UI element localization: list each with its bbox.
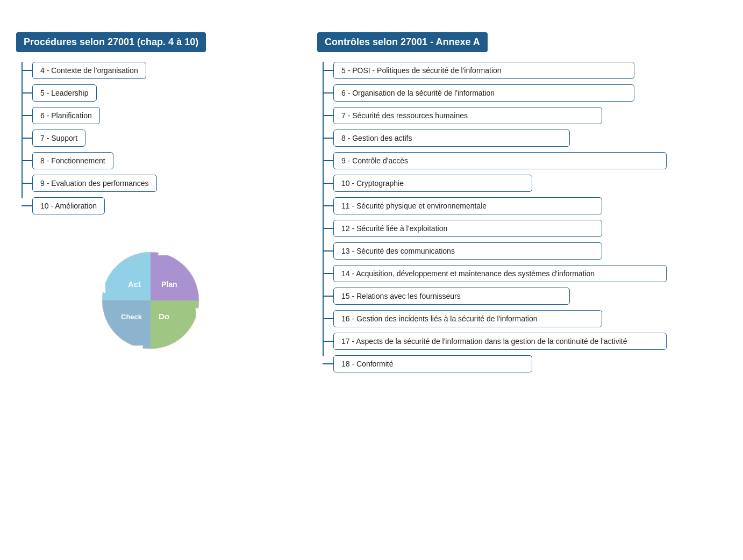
right-tree-item-box: 8 - Gestion des actifs [333,130,570,147]
do-label: Do [159,312,169,321]
page-container: Procédures selon 27001 (chap. 4 à 10) 4 … [0,0,743,399]
left-tree-item-box: 7 - Support [32,130,85,147]
right-tree-item-box: 18 - Conformité [333,355,532,372]
right-tree-item-box: 17 - Aspects de la sécurité de l'informa… [333,333,667,350]
right-tree-item: 10 - Cryptographie [333,175,727,192]
left-tree-item-box: 6 - Planification [32,107,100,124]
left-tree-item-box: 9 - Evaluation des performances [32,175,157,192]
left-panel-title: Procédures selon 27001 (chap. 4 à 10) [16,32,206,52]
right-tree: 5 - POSI - Politiques de sécurité de l'i… [317,62,727,372]
right-tree-item-box: 7 - Sécurité des ressources humaines [333,107,602,124]
left-tree-item: 4 - Contexte de l'organisation [32,62,285,79]
left-tree-item: 5 - Leadership [32,84,285,102]
pdca-container: Act Plan Do Check [16,241,285,360]
right-tree-item: 7 - Sécurité des ressources humaines [333,107,727,124]
plan-label: Plan [161,280,177,289]
right-tree-item: 9 - Contrôle d'accès [333,152,727,169]
right-tree-item: 11 - Sécurité physique et environnementa… [333,197,727,214]
pdca-circle: Act Plan Do Check [91,241,210,360]
right-tree-item: 16 - Gestion des incidents liés à la séc… [333,310,727,327]
right-tree-item-box: 12 - Sécurité liée à l'exploitation [333,220,602,237]
right-tree-item: 12 - Sécurité liée à l'exploitation [333,220,727,237]
right-panel: Contrôles selon 27001 - Annexe A 5 - POS… [317,32,727,378]
left-tree-item: 7 - Support [32,130,285,147]
right-tree-item-box: 16 - Gestion des incidents liés à la séc… [333,310,602,327]
left-tree-item: 10 - Amélioration [32,197,285,214]
right-tree-item: 14 - Acquisition, développement et maint… [333,265,727,282]
left-tree-item: 8 - Fonctionnement [32,152,285,169]
pdca-svg: Act Plan Do Check [91,241,210,360]
right-tree-item: 13 - Sécurité des communications [333,242,727,260]
left-tree-item-box: 5 - Leadership [32,84,97,102]
right-tree-item: 18 - Conformité [333,355,727,372]
act-label: Act [128,279,141,289]
right-panel-title: Contrôles selon 27001 - Annexe A [317,32,488,52]
check-label: Check [121,313,142,321]
right-tree-item: 5 - POSI - Politiques de sécurité de l'i… [333,62,727,79]
right-tree-item-box: 5 - POSI - Politiques de sécurité de l'i… [333,62,634,79]
right-tree-item-box: 14 - Acquisition, développement et maint… [333,265,667,282]
right-tree-item-box: 13 - Sécurité des communications [333,242,602,260]
right-tree-item-box: 9 - Contrôle d'accès [333,152,667,169]
right-tree-item-box: 15 - Relations avec les fournisseurs [333,288,570,305]
right-tree-item: 6 - Organisation de la sécurité de l'inf… [333,84,727,102]
left-tree-item-box: 8 - Fonctionnement [32,152,113,169]
right-tree-item: 8 - Gestion des actifs [333,130,727,147]
left-tree: 4 - Contexte de l'organisation5 - Leader… [16,62,285,214]
left-tree-item-box: 10 - Amélioration [32,197,105,214]
right-tree-item: 17 - Aspects de la sécurité de l'informa… [333,333,727,350]
left-tree-item: 6 - Planification [32,107,285,124]
left-tree-item-box: 4 - Contexte de l'organisation [32,62,146,79]
right-tree-item-box: 6 - Organisation de la sécurité de l'inf… [333,84,634,102]
right-tree-item: 15 - Relations avec les fournisseurs [333,288,727,305]
left-panel: Procédures selon 27001 (chap. 4 à 10) 4 … [16,32,285,360]
left-tree-item: 9 - Evaluation des performances [32,175,285,192]
right-tree-item-box: 10 - Cryptographie [333,175,532,192]
right-tree-item-box: 11 - Sécurité physique et environnementa… [333,197,602,214]
